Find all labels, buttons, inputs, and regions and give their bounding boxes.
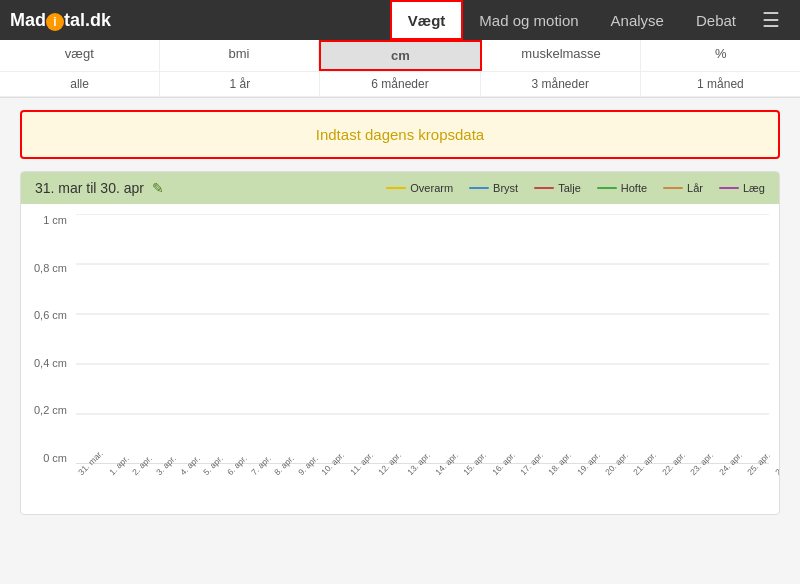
main-nav: Vægt Mad og motion Analyse Debat ☰ — [390, 0, 790, 40]
time-tabs: alle 1 år 6 måneder 3 måneder 1 måned — [0, 72, 800, 97]
legend-dot-hofte — [597, 187, 617, 189]
x-axis: 31. mar. 1. apr. 2. apr. 3. apr. 4. apr.… — [76, 466, 769, 514]
chart-section: 31. mar til 30. apr ✎ Overarm Bryst Talj… — [20, 171, 780, 515]
legend-overarm: Overarm — [386, 182, 453, 194]
legend-label-hofte: Hofte — [621, 182, 647, 194]
y-label-6: 0 cm — [21, 452, 73, 464]
legend-dot-bryst — [469, 187, 489, 189]
time-3maaneder[interactable]: 3 måneder — [481, 72, 641, 96]
nav-item-vaegt[interactable]: Vægt — [390, 0, 464, 40]
nav-item-debat[interactable]: Debat — [680, 0, 752, 40]
chart-title: 31. mar til 30. apr — [35, 180, 144, 196]
tab-vaegt[interactable]: vægt — [0, 40, 160, 71]
metric-tabs: vægt bmi cm muskelmasse % — [0, 40, 800, 72]
time-1maaned[interactable]: 1 måned — [641, 72, 800, 96]
x-label-26: 26. apr. — [773, 450, 780, 477]
main-header: Madital.dk Vægt Mad og motion Analyse De… — [0, 0, 800, 40]
time-1aar[interactable]: 1 år — [160, 72, 320, 96]
tab-muskelmasse[interactable]: muskelmasse — [482, 40, 642, 71]
legend-dot-talje — [534, 187, 554, 189]
nav-item-analyse[interactable]: Analyse — [595, 0, 680, 40]
y-label-5: 0,2 cm — [21, 404, 73, 416]
hamburger-icon[interactable]: ☰ — [752, 8, 790, 32]
alert-text: Indtast dagens kropsdata — [316, 126, 484, 143]
chart-svg — [76, 214, 769, 464]
legend-label-laar: Lår — [687, 182, 703, 194]
legend-label-laeg: Læg — [743, 182, 765, 194]
y-label-3: 0,6 cm — [21, 309, 73, 321]
chart-body: 1 cm 0,8 cm 0,6 cm 0,4 cm 0,2 cm 0 cm — [21, 204, 779, 514]
tab-percent[interactable]: % — [641, 40, 800, 71]
y-label-2: 0,8 cm — [21, 262, 73, 274]
legend-label-overarm: Overarm — [410, 182, 453, 194]
legend-label-bryst: Bryst — [493, 182, 518, 194]
nav-item-mad[interactable]: Mad og motion — [463, 0, 594, 40]
legend-dot-overarm — [386, 187, 406, 189]
legend-dot-laar — [663, 187, 683, 189]
logo[interactable]: Madital.dk — [10, 10, 111, 31]
legend-dot-laeg — [719, 187, 739, 189]
time-6maaneder[interactable]: 6 måneder — [320, 72, 480, 96]
tab-cm[interactable]: cm — [319, 40, 482, 71]
legend-bryst: Bryst — [469, 182, 518, 194]
chart-legend: Overarm Bryst Talje Hofte Lår — [386, 182, 765, 194]
edit-icon[interactable]: ✎ — [152, 180, 164, 196]
sub-header: vægt bmi cm muskelmasse % alle 1 år 6 må… — [0, 40, 800, 98]
time-alle[interactable]: alle — [0, 72, 160, 96]
legend-label-talje: Talje — [558, 182, 581, 194]
chart-header: 31. mar til 30. apr ✎ Overarm Bryst Talj… — [21, 172, 779, 204]
tab-bmi[interactable]: bmi — [160, 40, 320, 71]
y-label-1: 1 cm — [21, 214, 73, 226]
legend-hofte: Hofte — [597, 182, 647, 194]
legend-laar: Lår — [663, 182, 703, 194]
y-label-4: 0,4 cm — [21, 357, 73, 369]
alert-banner[interactable]: Indtast dagens kropsdata — [20, 110, 780, 159]
y-axis: 1 cm 0,8 cm 0,6 cm 0,4 cm 0,2 cm 0 cm — [21, 214, 73, 464]
logo-icon: i — [46, 13, 64, 31]
main-content: Indtast dagens kropsdata 31. mar til 30.… — [0, 98, 800, 527]
legend-talje: Talje — [534, 182, 581, 194]
legend-laeg: Læg — [719, 182, 765, 194]
